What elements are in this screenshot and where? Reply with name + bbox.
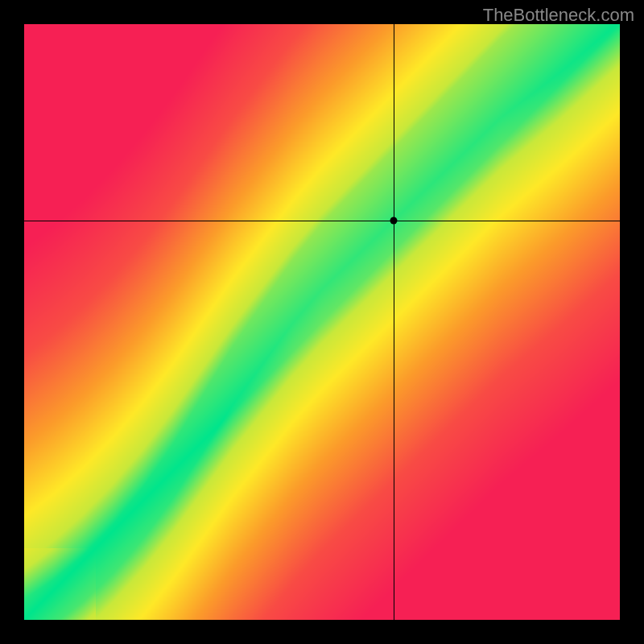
watermark-text: TheBottleneck.com bbox=[483, 5, 634, 26]
heatmap-canvas bbox=[24, 24, 620, 620]
data-marker bbox=[390, 217, 397, 225]
heatmap-chart bbox=[24, 24, 620, 620]
crosshair-vertical bbox=[394, 24, 394, 620]
crosshair-horizontal bbox=[24, 221, 620, 221]
